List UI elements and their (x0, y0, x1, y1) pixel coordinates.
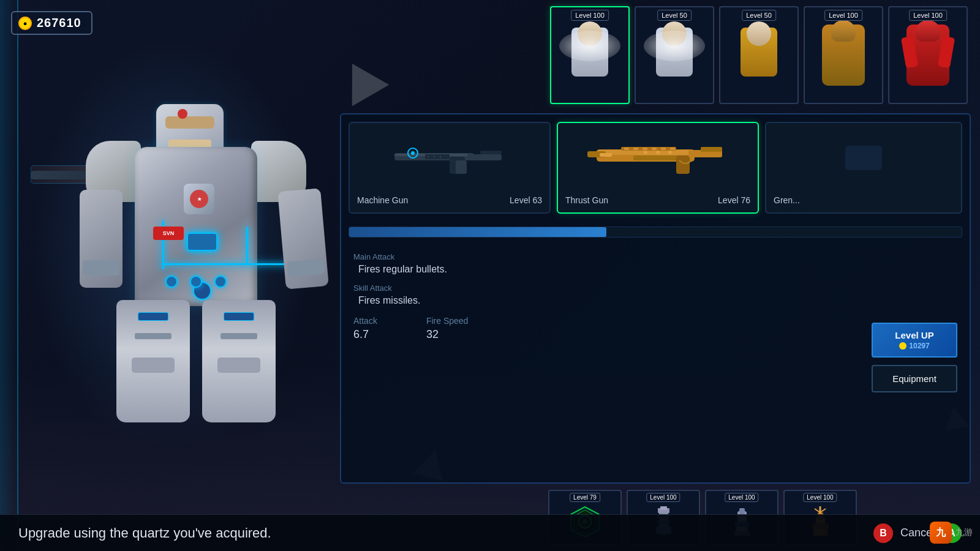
top-character-selector: Level 100 Level 50 Level 50 (429, 0, 980, 110)
svg-point-18 (668, 151, 672, 154)
machine-gun-level: Level 63 (510, 195, 542, 205)
attack-stat: Attack 6.7 (353, 316, 377, 341)
char-card-4[interactable]: Level 100 (804, 6, 883, 104)
mech-torso: ★ SVN (135, 147, 257, 306)
attack-stat-label: Attack (353, 316, 377, 326)
fire-speed-label: Fire Speed (426, 316, 468, 326)
currency-value: 267610 (37, 16, 81, 30)
char-card-1-img (551, 7, 628, 103)
partial-gun-name: Gren... (774, 195, 800, 205)
mech-arm-right (277, 188, 329, 289)
thrust-gun-svg (584, 138, 731, 178)
svg-rect-27 (652, 148, 657, 150)
progress-bar-fill (349, 227, 606, 237)
skill-attack-desc: Fires missiles. (353, 295, 957, 306)
svg-rect-23 (621, 147, 676, 151)
svg-rect-20 (676, 156, 690, 174)
machine-gun-svg (388, 140, 511, 176)
stats-row: Attack 6.7 Fire Speed 32 (353, 316, 957, 341)
weapon-partial-icon (774, 130, 954, 186)
bottom-bar: Upgrade using the quartz you've acquired… (0, 514, 980, 551)
bottom-hint: Upgrade using the quartz you've acquired… (18, 525, 271, 541)
char-card-3-level: Level 50 (742, 10, 776, 21)
svg-rect-15 (600, 153, 612, 157)
main-attack-desc: Fires regular bullets. (353, 264, 957, 275)
weapon-machine-gun-info: Machine Gun Level 63 (357, 195, 542, 205)
svg-rect-24 (624, 148, 629, 150)
level-up-cost: 10297 (888, 342, 941, 350)
cost-value: 10297 (909, 342, 929, 350)
char-card-5-img (889, 7, 967, 103)
char-card-2[interactable]: Level 50 (635, 6, 714, 104)
weapon-thrust-gun-info: Thrust Gun Level 76 (565, 195, 750, 205)
bottom-card-4-level: Level 100 (803, 493, 837, 502)
weapon-card-thrust-gun[interactable]: Thrust Gun Level 76 (557, 122, 759, 214)
char-card-5-level: Level 100 (909, 10, 947, 21)
equipment-button[interactable]: Equipment (872, 365, 957, 392)
machine-gun-name: Machine Gun (357, 195, 408, 205)
weapon-partial-info: Gren... (774, 195, 954, 205)
char-card-2-img (636, 7, 713, 103)
svg-rect-37 (660, 506, 667, 510)
watermark-text: 九游 (956, 527, 973, 538)
svg-rect-22 (701, 147, 722, 152)
mech-legs (116, 300, 276, 422)
equipment-label: Equipment (892, 373, 937, 384)
weapon-card-partial[interactable]: Gren... (765, 122, 962, 214)
progress-bar-bg (349, 227, 962, 238)
bottom-card-1-level: Level 79 (570, 493, 600, 502)
char-card-1-level: Level 100 (571, 10, 609, 21)
level-up-label: Level UP (888, 330, 941, 340)
svg-rect-3 (456, 160, 467, 174)
fire-speed-stat: Fire Speed 32 (426, 316, 468, 341)
progress-section (341, 222, 970, 242)
weapons-row: Machine Gun Level 63 (341, 114, 970, 222)
desc-action-row: Main Attack Fires regular bullets. Skill… (341, 242, 970, 351)
mech-body: ★ SVN (80, 86, 276, 441)
glow-line-3 (246, 227, 248, 263)
svg-rect-7 (480, 151, 502, 154)
coin-icon: ● (18, 17, 32, 30)
char-card-4-img (805, 7, 882, 103)
b-button[interactable]: B (873, 523, 893, 543)
cost-coin-icon (899, 342, 907, 350)
bottom-card-3-level: Level 100 (725, 493, 758, 502)
mech-leg-left (116, 300, 190, 422)
svg-rect-16 (633, 156, 682, 160)
character-figure: ★ SVN (31, 37, 312, 453)
weapon-machine-gun-icon (357, 130, 542, 186)
weapon-thrust-gun-icon (565, 130, 750, 186)
svg-rect-28 (661, 148, 666, 150)
skill-attack-section: Skill Attack Fires missiles. (353, 283, 957, 306)
level-up-button[interactable]: Level UP 10297 (872, 323, 957, 358)
thrust-gun-name: Thrust Gun (565, 195, 608, 205)
glow-chest (187, 233, 217, 251)
svg-point-19 (644, 151, 647, 154)
character-area: ★ SVN (0, 0, 343, 478)
mech-arm-left (80, 190, 123, 288)
currency-display: ● 267610 (11, 11, 92, 35)
mech-leg-right (202, 300, 276, 422)
main-info-panel: Machine Gun Level 63 (340, 113, 971, 484)
svg-rect-8 (425, 154, 450, 159)
char-card-3[interactable]: Level 50 (719, 6, 799, 104)
svg-point-5 (411, 151, 415, 155)
attack-stat-value: 6.7 (353, 328, 377, 341)
mech-head (156, 104, 224, 153)
weapon-card-machine-gun[interactable]: Machine Gun Level 63 (349, 122, 551, 214)
svg-rect-29 (670, 148, 675, 150)
svg-point-17 (656, 151, 660, 154)
watermark-icon: 九 (930, 522, 952, 544)
bottom-card-2-level: Level 100 (646, 493, 680, 502)
main-attack-label: Main Attack (353, 252, 957, 261)
action-buttons: Level UP 10297 Equipment (872, 323, 957, 392)
svg-rect-43 (739, 508, 745, 514)
char-card-1[interactable]: Level 100 (550, 6, 630, 104)
glow-line-1 (162, 263, 303, 265)
char-card-2-level: Level 50 (657, 10, 692, 21)
char-card-5[interactable]: Level 100 (888, 6, 968, 104)
watermark: 九 九游 (930, 522, 973, 544)
svg-rect-26 (643, 148, 647, 150)
skill-attack-label: Skill Attack (353, 283, 957, 293)
thrust-gun-level: Level 76 (718, 195, 750, 205)
